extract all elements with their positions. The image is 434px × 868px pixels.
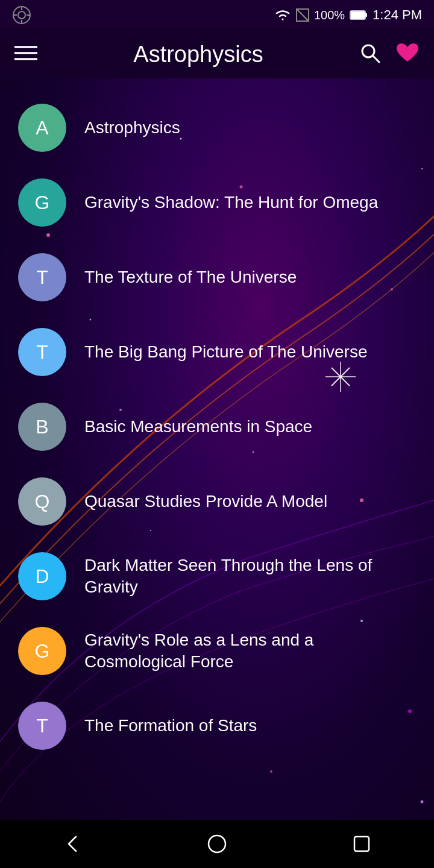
item-avatar: T <box>18 702 66 750</box>
time-display: 1:24 PM <box>373 7 422 23</box>
back-button[interactable] <box>54 826 90 862</box>
item-title: Dark Matter Seen Through the Lens of Gra… <box>84 555 416 599</box>
home-icon <box>206 833 228 855</box>
page-title: Astrophysics <box>133 42 263 68</box>
list-item[interactable]: T The Formation of Stars <box>0 688 434 763</box>
item-title: Gravity's Role as a Lens and a Cosmologi… <box>84 629 416 673</box>
home-button[interactable] <box>199 826 235 862</box>
heart-icon <box>395 42 420 64</box>
search-icon <box>359 42 381 64</box>
svg-line-15 <box>373 55 379 62</box>
hamburger-icon <box>14 45 37 61</box>
status-right: 100% 1:24 PM <box>274 7 422 23</box>
item-title: The Texture of The Universe <box>84 266 297 288</box>
item-avatar: G <box>18 627 66 675</box>
svg-point-37 <box>421 800 424 804</box>
menu-button[interactable] <box>14 45 37 64</box>
svg-rect-10 <box>365 13 367 17</box>
svg-rect-9 <box>351 11 365 19</box>
item-avatar: Q <box>18 477 66 526</box>
bottom-navigation <box>0 820 434 868</box>
header-actions <box>359 42 420 66</box>
main-content: A Astrophysics G Gravity's Shadow: The H… <box>0 78 434 850</box>
svg-point-1 <box>18 11 25 19</box>
wifi-icon <box>274 8 291 22</box>
item-title: Gravity's Shadow: The Hunt for Omega <box>84 192 378 213</box>
status-bar: 100% 1:24 PM <box>0 0 434 30</box>
search-button[interactable] <box>359 42 381 66</box>
app-header: Astrophysics <box>0 30 434 78</box>
list-item[interactable]: Q Quasar Studies Provide A Model <box>0 464 434 539</box>
list-item[interactable]: A Astrophysics <box>0 90 434 165</box>
svg-rect-39 <box>354 837 369 851</box>
item-title: Astrophysics <box>84 117 180 139</box>
recent-icon <box>352 834 371 854</box>
books-list: A Astrophysics G Gravity's Shadow: The H… <box>0 78 434 775</box>
battery-text: 100% <box>314 8 345 22</box>
list-item[interactable]: D Dark Matter Seen Through the Lens of G… <box>0 539 434 614</box>
item-avatar: D <box>18 552 66 600</box>
list-item[interactable]: T The Texture of The Universe <box>0 240 434 315</box>
item-avatar: T <box>18 328 66 376</box>
item-avatar: G <box>18 178 66 227</box>
item-avatar: B <box>18 403 66 451</box>
list-item[interactable]: G Gravity's Shadow: The Hunt for Omega <box>0 165 434 240</box>
favorite-button[interactable] <box>395 42 420 66</box>
svg-line-7 <box>297 9 309 21</box>
status-left <box>12 5 31 25</box>
svg-point-38 <box>209 835 225 852</box>
item-title: The Formation of Stars <box>84 715 257 737</box>
signal-icon <box>296 8 309 22</box>
back-icon <box>61 833 83 855</box>
item-title: The Big Bang Picture of The Universe <box>84 341 368 363</box>
settings-icon <box>12 5 31 25</box>
item-title: Basic Measurements in Space <box>84 416 312 438</box>
list-item[interactable]: B Basic Measurements in Space <box>0 389 434 464</box>
recent-button[interactable] <box>344 826 380 862</box>
item-avatar: T <box>18 253 66 301</box>
battery-icon <box>350 10 368 20</box>
item-title: Quasar Studies Provide A Model <box>84 491 327 512</box>
list-item[interactable]: T The Big Bang Picture of The Universe <box>0 315 434 389</box>
item-avatar: A <box>18 104 66 152</box>
list-item[interactable]: G Gravity's Role as a Lens and a Cosmolo… <box>0 614 434 688</box>
